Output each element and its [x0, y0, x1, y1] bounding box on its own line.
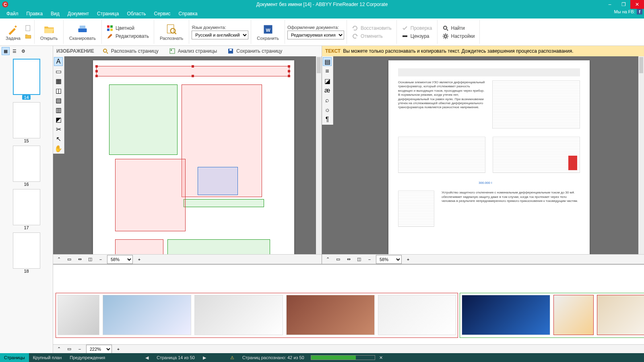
text-scroll-top-button[interactable]: ⌃: [324, 255, 332, 263]
ribbon: Задача Открыть Сканировать Цветной Редак…: [0, 19, 644, 46]
pencil-icon: [107, 33, 113, 39]
closeup-pane[interactable]: [53, 264, 644, 344]
status-tab-pages[interactable]: Страницы: [0, 353, 29, 362]
text-tool-zoom-icon[interactable]: ⌕: [323, 96, 332, 105]
tool-text-area-icon[interactable]: ▭: [54, 67, 63, 76]
text-viewport[interactable]: Основным элементом УЗО является дифферен…: [322, 56, 644, 254]
menu-document[interactable]: Документ: [64, 9, 93, 19]
color-mode-button[interactable]: Цветной: [104, 24, 151, 32]
text-tool-dict-icon[interactable]: æ: [323, 86, 332, 95]
tool-pointer-icon[interactable]: ↖: [54, 134, 63, 143]
restore-button[interactable]: ❐: [617, 0, 630, 9]
thumbnail-sidebar[interactable]: 14 15 16 17 18: [0, 56, 53, 353]
next-page-button[interactable]: ▶: [199, 353, 210, 362]
fit-width-button[interactable]: ⇔: [76, 255, 84, 263]
layout-select[interactable]: Редактируемая копия: [287, 31, 344, 39]
tool-background-area-icon[interactable]: ▧: [54, 96, 63, 105]
minimize-button[interactable]: –: [603, 0, 617, 9]
thumbs-list-button[interactable]: ☰: [10, 47, 19, 55]
text-scrollbar[interactable]: [638, 56, 644, 254]
scroll-top-button[interactable]: ⌃: [55, 255, 63, 263]
text-pane-msg: Вы можете только распознавать и копирова…: [343, 48, 573, 54]
text-zoom-out-button[interactable]: −: [365, 255, 374, 263]
page-thumb-18[interactable]: 18: [11, 232, 42, 274]
tool-hand-icon[interactable]: ✋: [54, 144, 63, 153]
open-button[interactable]: Открыть: [37, 23, 61, 41]
cancel-recognition-button[interactable]: ✕: [375, 353, 387, 362]
prev-page-button[interactable]: ◀: [141, 353, 153, 362]
text-fit-page-button[interactable]: ▭: [334, 255, 342, 263]
edit-image-button[interactable]: Редактировать: [104, 32, 151, 40]
main-area: 14 15 16 17 18 A ▭ ▦ ◫ ▧ ▥ ◩ ✂ ↖ ✋: [0, 56, 644, 353]
zoom-in-button[interactable]: +: [135, 255, 143, 263]
recognize-page-button[interactable]: Распознать страницу: [100, 47, 161, 55]
scan-button[interactable]: Сканировать: [66, 23, 99, 41]
closeup-zoom-select[interactable]: 222%: [86, 345, 112, 354]
closeup-zoom-out-button[interactable]: −: [76, 345, 84, 353]
svg-rect-20: [229, 49, 232, 51]
tool-delete-area-icon[interactable]: ✂: [54, 125, 63, 134]
recognize-button[interactable]: Распознать: [157, 23, 186, 41]
text-view-plain-icon[interactable]: ≡: [323, 67, 332, 76]
closeup-scroll-top-button[interactable]: ⌃: [55, 345, 63, 353]
newdoc-icon[interactable]: [25, 25, 32, 32]
menu-area[interactable]: Область: [123, 9, 150, 19]
menu-edit[interactable]: Правка: [23, 9, 47, 19]
tool-picture-area-icon[interactable]: ◫: [54, 86, 63, 95]
save-button[interactable]: W Сохранить: [254, 23, 282, 41]
text-zoom-in-button[interactable]: +: [404, 255, 412, 263]
tool-area-props-icon[interactable]: ◩: [54, 115, 63, 124]
menu-help[interactable]: Справка: [175, 9, 202, 19]
thumbs-props-button[interactable]: ⚙: [19, 47, 27, 55]
tool-barcode-area-icon[interactable]: ▥: [54, 105, 63, 114]
opendoc-icon[interactable]: [25, 33, 32, 40]
tool-table-area-icon[interactable]: ▦: [54, 76, 63, 85]
image-viewport[interactable]: [53, 56, 322, 254]
status-tab-closeup[interactable]: Крупный план: [29, 353, 66, 362]
text-tool-eraser-icon[interactable]: ◪: [323, 76, 332, 85]
redact-button[interactable]: Цензура: [399, 32, 435, 40]
menu-file[interactable]: Файл: [2, 9, 23, 19]
text-pane: ▤ ≡ ◪ æ ⌕ ☼ ¶ Основным элементом УЗО явл…: [322, 56, 644, 264]
closeup-zoom-in-button[interactable]: +: [114, 345, 122, 353]
text-tool-style-icon[interactable]: ¶: [323, 115, 332, 124]
menu-page[interactable]: Страница: [93, 9, 123, 19]
task-button[interactable]: Задача: [2, 23, 24, 41]
magnify-doc-icon: [166, 24, 177, 35]
two-page-button[interactable]: ◫: [86, 255, 94, 263]
status-tab-warnings[interactable]: Предупреждения: [66, 353, 109, 362]
text-fit-width-button[interactable]: ⇔: [345, 255, 353, 263]
text-tool-lang-icon[interactable]: ☼: [323, 105, 332, 114]
save-page-button[interactable]: Сохранить страницу: [225, 47, 285, 55]
analyze-page-button[interactable]: Анализ страницы: [167, 47, 220, 55]
text-two-page-button[interactable]: ◫: [355, 255, 363, 263]
doclang-select[interactable]: Русский и английский: [192, 31, 248, 39]
page-thumb-17[interactable]: 17: [11, 189, 42, 230]
image-scrollbar[interactable]: [316, 56, 322, 254]
svg-text:C: C: [4, 2, 7, 7]
text-zoom-select[interactable]: 58%: [376, 255, 402, 264]
zoom-out-button[interactable]: −: [97, 255, 105, 263]
image-zoom-select[interactable]: 58%: [107, 255, 133, 264]
close-button[interactable]: ✕: [630, 0, 644, 9]
search-icon: [442, 25, 449, 31]
svg-rect-17: [170, 49, 175, 53]
menu-view[interactable]: Вид: [47, 9, 64, 19]
sub-toolbar-row: ▦ ☰ ⚙ ИЗОБРАЖЕНИЕ Распознать страницу Ан…: [0, 46, 644, 56]
page-thumb-16[interactable]: 16: [11, 146, 42, 187]
tool-auto-icon[interactable]: A: [54, 57, 63, 66]
find-button[interactable]: Найти: [440, 24, 477, 32]
page-thumb-14[interactable]: 14: [11, 59, 42, 100]
page-thumb-15[interactable]: 15: [11, 102, 42, 143]
closeup-fit-button[interactable]: ▭: [65, 345, 73, 353]
color-icon: [107, 25, 113, 31]
fit-page-button[interactable]: ▭: [65, 255, 73, 263]
fb-link[interactable]: Мы на FB: f: [614, 9, 643, 14]
wand-icon: [7, 24, 19, 35]
thumbs-grid-button[interactable]: ▦: [2, 47, 10, 55]
menu-service[interactable]: Сервис: [150, 9, 175, 19]
text-view-formatted-icon[interactable]: ▤: [323, 57, 332, 66]
app-logo-icon: C: [2, 1, 9, 8]
scanner-icon: [77, 24, 88, 35]
settings-button[interactable]: Настройки: [440, 32, 477, 40]
